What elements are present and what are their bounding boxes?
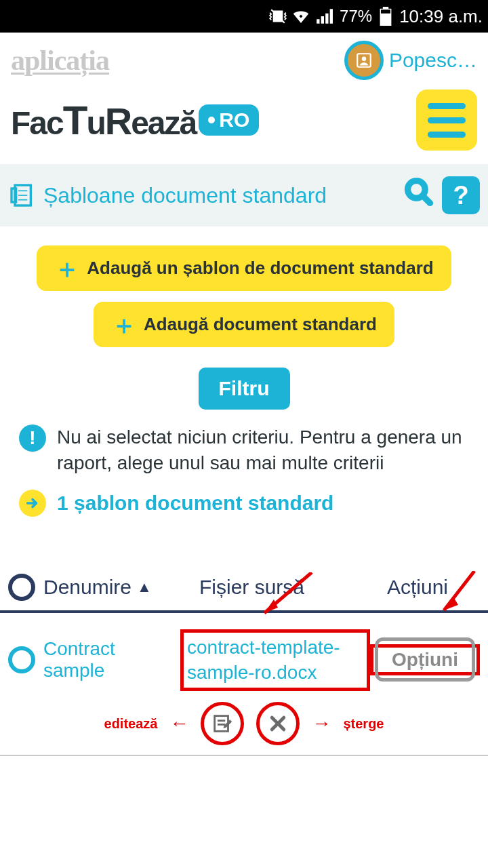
annotation-edit-label: editează xyxy=(104,716,158,732)
options-button[interactable]: Opțiuni xyxy=(375,637,475,682)
sort-asc-icon: ▲ xyxy=(137,578,152,596)
add-template-button[interactable]: ＋ Adaugă un șablon de document standard xyxy=(37,245,451,291)
avatar-icon xyxy=(344,41,384,80)
alert-icon: ! xyxy=(19,425,46,452)
cell-file[interactable]: contract-template-sample-ro.docx xyxy=(187,635,363,686)
edit-icon[interactable] xyxy=(201,702,244,745)
clock: 10:39 a.m. xyxy=(399,6,483,27)
add-document-button[interactable]: ＋ Adaugă document standard xyxy=(94,302,394,347)
user-menu[interactable]: Popesc… xyxy=(344,41,477,80)
app-tag: aplicația xyxy=(11,44,109,77)
row-radio[interactable] xyxy=(8,646,35,673)
result-count-text: 1 șablon document standard xyxy=(57,490,333,517)
app-header: aplicația Popesc… FacTuRează RO xyxy=(0,33,488,164)
cell-name[interactable]: Contract sample xyxy=(43,638,180,682)
svg-point-5 xyxy=(362,57,367,62)
result-count-row: 1 șablon document standard xyxy=(0,483,488,524)
info-no-criteria-text: Nu ai selectat niciun criteriu. Pentru a… xyxy=(57,425,469,476)
col-name[interactable]: Denumire ▲ xyxy=(43,576,199,599)
page-title-bar: Șabloane document standard ? xyxy=(0,164,488,226)
user-name: Popesc… xyxy=(389,49,477,72)
annotation-arrow xyxy=(258,572,325,620)
battery-icon xyxy=(379,7,392,26)
signal-icon xyxy=(315,7,333,25)
wifi-icon xyxy=(291,7,311,25)
brand-logo: FacTuRează RO xyxy=(11,97,259,144)
annotation-arrow-left: ← xyxy=(169,713,188,734)
row-actions: editează ← → șterge xyxy=(0,698,488,756)
arrow-right-icon xyxy=(19,490,46,517)
search-icon[interactable] xyxy=(404,177,434,214)
svg-line-12 xyxy=(423,196,430,203)
add-document-label: Adaugă document standard xyxy=(144,314,377,335)
add-template-label: Adaugă un șablon de document standard xyxy=(87,258,433,279)
svg-line-15 xyxy=(444,571,474,610)
page-title: Șabloane document standard xyxy=(43,183,396,208)
table-row: Contract sample contract-template-sample… xyxy=(0,613,488,698)
android-status-bar: 77% 10:39 a.m. xyxy=(0,0,488,33)
annotation-highlight: contract-template-sample-ro.docx xyxy=(180,629,370,692)
hamburger-menu[interactable] xyxy=(416,90,477,151)
annotation-arrow xyxy=(434,571,481,618)
annotation-highlight: Opțiuni xyxy=(370,644,480,675)
info-no-criteria: ! Nu ai selectat niciun criteriu. Pentru… xyxy=(0,418,488,483)
svg-rect-2 xyxy=(383,7,388,9)
brand-badge-text: RO xyxy=(219,108,249,132)
annotation-arrow-right: → xyxy=(312,713,331,734)
filter-button[interactable]: Filtru xyxy=(199,368,290,410)
help-button[interactable]: ? xyxy=(442,176,480,214)
annotation-delete-label: șterge xyxy=(343,716,384,732)
select-all-radio[interactable] xyxy=(8,574,35,601)
table-header: Denumire ▲ Fișier sursă Acțiuni xyxy=(0,564,488,613)
col-name-label: Denumire xyxy=(43,576,131,599)
vibrate-off-icon xyxy=(269,7,287,25)
battery-pct: 77% xyxy=(340,7,372,26)
delete-icon[interactable] xyxy=(256,702,300,745)
status-icons xyxy=(269,7,333,25)
svg-rect-3 xyxy=(381,9,390,14)
templates-table: Denumire ▲ Fișier sursă Acțiuni Contract… xyxy=(0,564,488,757)
templates-icon xyxy=(8,182,35,209)
